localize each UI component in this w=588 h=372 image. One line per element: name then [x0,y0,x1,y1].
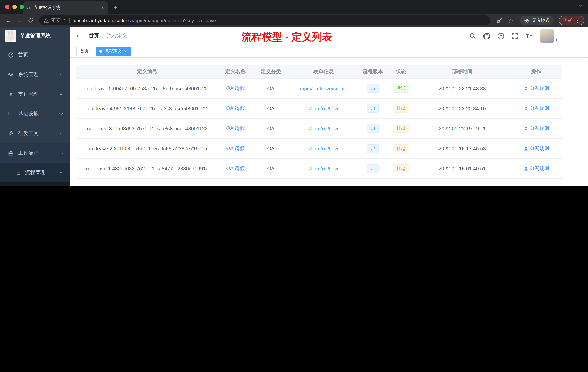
assign-rule-link[interactable]: 分配规则 [524,165,549,172]
navbar-actions: ? T T ▾ [470,29,582,43]
table-row: oa_leave:4:991f2193-7b7f-11ec-a3c8-acde4… [76,99,562,119]
main-area: 首页 / 流程定义 流程模型 - 定义列表 ? [70,27,588,186]
sidebar-item-system[interactable]: 系统管理 [0,65,70,85]
definition-category: OA [253,139,289,158]
person-icon [524,126,528,131]
sidebar-item-label: 系统管理 [18,71,39,78]
svg-text:T: T [526,33,529,39]
col-form-info: 表单信息 [289,65,358,78]
assign-rule-link[interactable]: 分配规则 [524,85,549,92]
back-button[interactable]: ← [4,17,14,23]
fullscreen-icon[interactable] [512,33,518,39]
person-icon [524,86,528,91]
hamburger-icon[interactable] [76,33,83,40]
form-link[interactable]: /bpm/oa/flow [309,146,338,152]
app-title: 芋道管理系统 [20,33,51,39]
sidebar-item-workflow[interactable]: 工作流程 [0,143,70,163]
sidebar-item-process-management[interactable]: 流程管理 [0,163,70,182]
sidebar-item-payment[interactable]: ¥ 支付管理 [0,85,70,104]
browser-tab[interactable]: 芋道管理系统 × [22,1,108,14]
sidebar-logo-row[interactable]: 芋道管理系统 [0,27,70,45]
reload-button[interactable] [25,17,36,23]
tag-close-icon[interactable]: × [124,48,127,54]
address-bar[interactable]: 不安全 dashboard.yudao.iocoder.cn/bpm/manag… [39,15,490,25]
help-icon[interactable]: ? [498,33,504,40]
sidebar-item-dev-tools[interactable]: 研发工具 [0,124,70,143]
sidebar-item-home[interactable]: 首页 [0,45,70,65]
sidebar-item-label: 首页 [18,52,28,58]
tab-close-icon[interactable]: × [100,5,105,11]
dashboard-icon [8,52,14,58]
definition-name-link[interactable]: OA 请假 [226,105,245,112]
chevron-up-icon [59,151,63,155]
update-button[interactable]: 更新 ⋮ [559,16,584,25]
active-dot [99,50,102,53]
briefcase-icon [8,150,14,156]
table-header: 定义编号 定义名称 定义分类 表单信息 流程版本 状态 部署时间 操作 [76,65,562,79]
form-link[interactable]: /bpm/oa/flow [309,106,338,111]
user-menu[interactable]: ▾ [540,29,557,43]
window-minimize-button[interactable] [12,5,17,9]
definition-name-link[interactable]: OA 请假 [226,85,245,92]
rabbit-logo-icon [5,30,16,42]
definition-id: oa_leave:2:3c1f0ef1-76b1-11ec-9c66-a2380… [76,139,218,158]
monitor-icon [8,111,14,117]
screen: 芋道管理系统 × + ← → 不安全 dashboard.yudao.iocod… [0,0,588,186]
person-icon [524,106,528,111]
app-navbar: 首页 / 流程定义 流程模型 - 定义列表 ? [70,27,588,45]
tab-title: 芋道管理系统 [34,5,97,11]
definition-table: 定义编号 定义名称 定义分类 表单信息 流程版本 状态 部署时间 操作 oa_l… [76,65,562,179]
bookmark-star-icon[interactable]: ☆ [508,17,514,24]
table-row: oa_leave:2:3c1f0ef1-76b1-11ec-9c66-a2380… [76,139,562,159]
definition-id: oa_leave:3:1fad3d93-7b75-11ec-a3c8-acde4… [76,119,218,138]
sidebar-item-infrastructure[interactable]: 基础设施 [0,104,70,124]
tag-home[interactable]: 首页 [76,46,92,56]
breadcrumb: 首页 / 流程定义 [89,33,127,39]
chevron-down-icon [59,92,63,97]
sidebar-item-label: 基础设施 [18,111,39,117]
sidebar-item-process-form[interactable]: 流程表单 [0,182,70,186]
form-link[interactable]: /bpm/oa/leave/create [300,86,347,91]
deploy-time: 2022-01-16 01:40:51 [415,159,510,178]
browser-toolbar: ← → 不安全 dashboard.yudao.iocoder.cn/bpm/m… [0,14,588,27]
definition-category: OA [253,119,289,138]
new-tab-button[interactable]: + [111,2,121,13]
definition-id: oa_leave:5:004b710b-7b8a-11ec-8ef0-acde4… [76,79,218,98]
chevron-down-icon [59,72,63,77]
svg-text:T: T [530,35,532,39]
omnibox-divider [69,18,70,23]
breadcrumb-home[interactable]: 首页 [89,33,99,39]
col-process-version: 流程版本 [358,65,387,78]
definition-category: OA [253,79,289,98]
avatar[interactable] [540,29,554,43]
status-badge: 挂起 [393,144,409,153]
window-close-button[interactable] [5,5,10,9]
definition-name-link[interactable]: OA 请假 [226,165,245,172]
kebab-menu-icon[interactable]: ⋮ [575,17,580,23]
tag-process-definition[interactable]: 流程定义 × [96,46,130,56]
assign-rule-link[interactable]: 分配规则 [524,125,549,132]
browser-tab-strip: 芋道管理系统 × + [0,0,588,14]
person-icon [524,146,528,151]
definition-category: OA [253,99,289,118]
assign-rule-link[interactable]: 分配规则 [524,145,549,152]
github-icon[interactable] [483,33,490,40]
tab-search-chevron-icon[interactable] [578,4,583,8]
window-controls [5,5,24,9]
search-icon[interactable] [470,33,476,39]
yen-icon: ¥ [8,91,14,97]
assign-rule-link[interactable]: 分配规则 [524,105,549,112]
window-zoom-button[interactable] [20,5,24,9]
sidebar: 芋道管理系统 首页 系统管理 ¥ 支付管理 [0,27,70,186]
forward-button: → [15,17,25,23]
font-size-icon[interactable]: T T [526,33,533,39]
status-badge: 挂起 [393,124,409,133]
definition-name-link[interactable]: OA 请假 [226,145,245,152]
key-icon[interactable] [496,17,502,23]
caret-down-icon: ▾ [556,37,557,43]
version-tag: v2 [367,144,378,153]
form-link[interactable]: /bpm/oa/flow [309,126,338,131]
definition-name-link[interactable]: OA 请假 [226,125,245,132]
form-link[interactable]: /bpm/oa/flow [309,166,338,171]
sidebar-item-label: 工作流程 [18,150,39,156]
